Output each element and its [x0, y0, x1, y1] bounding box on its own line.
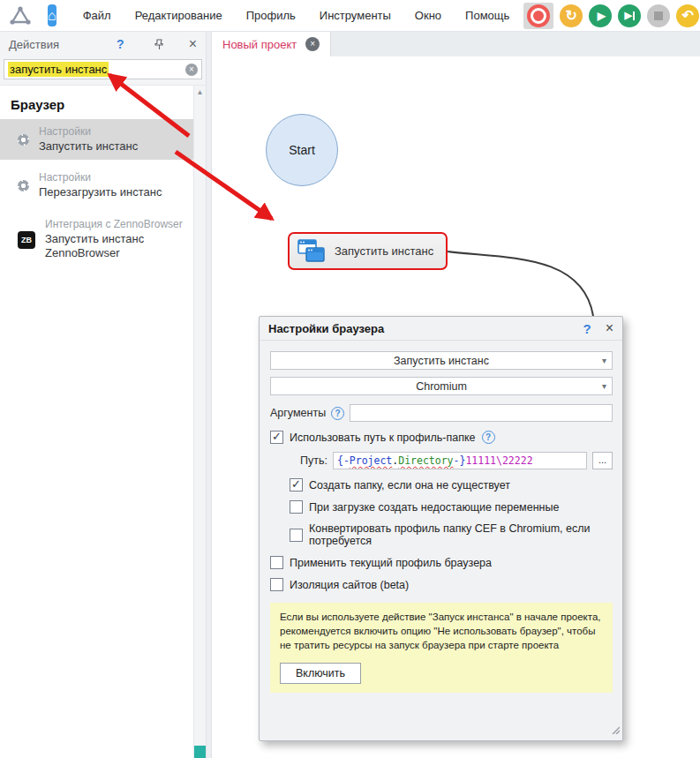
stop-button[interactable]: [647, 4, 670, 27]
action-item-label: Запустить инстанс ZennoBrowser: [45, 232, 188, 262]
dialog-title: Настройки браузера: [268, 322, 583, 335]
restart-button[interactable]: ↻: [560, 4, 583, 27]
actions-panel-header: Действия ? ×: [0, 32, 206, 56]
play-icon: ▶: [598, 10, 606, 22]
menu-window[interactable]: Окно: [415, 9, 441, 22]
create-folder-checkbox-row[interactable]: Создать папку, если она не существует: [290, 478, 613, 492]
panel-splitter[interactable]: [206, 32, 212, 758]
gear-icon: [18, 180, 29, 191]
enable-button[interactable]: Включить: [280, 663, 361, 684]
apply-profile-checkbox-row[interactable]: Применить текущий профиль браузера: [270, 556, 613, 569]
create-folder-checkbox[interactable]: [290, 478, 303, 492]
launch-instance-block[interactable]: Запустить инстанс: [288, 232, 448, 270]
actions-panel-title: Действия: [9, 38, 117, 51]
teal-accent-bar: [194, 746, 206, 758]
app-logo-icon: [9, 4, 32, 27]
record-icon: [527, 4, 550, 27]
action-item-restart-instance[interactable]: Настройки Перезагрузить инстанс: [0, 165, 193, 206]
action-item-category: Настройки: [39, 125, 138, 139]
play-button[interactable]: ▶: [589, 4, 612, 27]
create-variables-checkbox-row[interactable]: При загрузке создать недостающие перемен…: [290, 500, 613, 514]
convert-cef-checkbox-row[interactable]: Конвертировать профиль папку CEF в Chrom…: [290, 522, 613, 547]
action-item-category: Настройки: [39, 171, 162, 185]
home-button[interactable]: ⌂: [48, 4, 56, 26]
use-profile-checkbox-row[interactable]: Использовать путь к профиль-папке ?: [270, 431, 613, 444]
apply-profile-checkbox[interactable]: [270, 556, 283, 569]
scroll-up-icon[interactable]: ▲: [194, 86, 206, 96]
search-clear-icon[interactable]: ×: [185, 64, 198, 76]
action-item-label: Перезагрузить инстанс: [39, 185, 162, 200]
panel-help-icon[interactable]: ?: [117, 37, 124, 51]
step-icon: ▶: [625, 10, 632, 21]
app-window: ⌂ Файл Редактирование Профиль Инструмент…: [0, 0, 700, 758]
block-label: Запустить инстанс: [335, 244, 433, 258]
menu-file[interactable]: Файл: [83, 9, 111, 22]
convert-cef-checkbox[interactable]: [290, 529, 303, 542]
action-select[interactable]: Запустить инстанс: [270, 351, 613, 370]
path-label: Путь:: [300, 454, 327, 467]
site-isolation-checkbox[interactable]: [270, 578, 283, 591]
browser-select[interactable]: Chromium: [270, 377, 613, 395]
dialog-header[interactable]: Настройки браузера ? ×: [260, 317, 622, 341]
tab-bar: Новый проект ×: [212, 32, 700, 56]
undo-button[interactable]: ↶: [676, 4, 699, 27]
project-canvas-area: Новый проект × Start: [212, 32, 700, 758]
undo-icon: ↶: [682, 7, 694, 24]
path-input[interactable]: {-Project.Directory-}11111\22222: [333, 452, 587, 469]
search-value: запустить инстанс: [8, 63, 185, 76]
browser-settings-dialog: Настройки браузера ? × Запустить инстанс…: [259, 316, 623, 741]
gear-icon: [18, 134, 29, 146]
use-profile-label: Использовать путь к профиль-папке: [290, 432, 476, 444]
menu-profile[interactable]: Профиль: [246, 9, 296, 22]
zb-icon: ZB: [18, 231, 35, 249]
actions-list: Браузер Настройки Запустить инстанс Наст…: [0, 85, 206, 758]
action-item-zennobrowser[interactable]: ZB Интеграция с ZennoBrowser Запустить и…: [0, 212, 193, 267]
panel-close-icon[interactable]: ×: [189, 36, 197, 52]
start-node-label: Start: [289, 143, 315, 157]
arguments-help-icon[interactable]: ?: [331, 407, 344, 420]
titlebar: ⌂ Файл Редактирование Профиль Инструмент…: [0, 0, 700, 32]
menubar: Файл Редактирование Профиль Инструменты …: [83, 9, 510, 22]
site-isolation-checkbox-row[interactable]: Изоляция сайтов (beta): [270, 578, 613, 591]
dialog-close-icon[interactable]: ×: [606, 320, 613, 336]
pin-icon[interactable]: [154, 39, 164, 50]
use-profile-checkbox[interactable]: [270, 431, 283, 444]
actions-search-row: запустить инстанс ×: [0, 56, 206, 85]
toolbar: ↻ ▶ ▶ ↶ ↷: [523, 3, 700, 29]
record-button[interactable]: [523, 3, 553, 29]
start-node[interactable]: Start: [266, 114, 338, 186]
actions-panel: Действия ? × запустить инстанс ×: [0, 32, 206, 758]
menu-tools[interactable]: Инструменты: [320, 9, 391, 22]
action-item-label: Запустить инстанс: [39, 139, 138, 154]
home-icon: ⌂: [48, 8, 56, 24]
dialog-help-icon[interactable]: ?: [583, 321, 591, 336]
actions-scrollbar[interactable]: ▲: [193, 86, 206, 758]
browse-button[interactable]: ...: [592, 452, 613, 469]
browser-windows-icon: [297, 239, 325, 263]
action-item-category: Интеграция с ZennoBrowser: [45, 218, 188, 232]
profile-help-icon[interactable]: ?: [482, 431, 495, 444]
create-variables-checkbox[interactable]: [290, 500, 303, 514]
restart-icon: ↻: [566, 7, 577, 24]
tab-close-icon[interactable]: ×: [305, 37, 320, 51]
step-button[interactable]: ▶: [618, 4, 641, 27]
menu-edit[interactable]: Редактирование: [135, 9, 222, 22]
section-title: Браузер: [11, 97, 193, 112]
tab-new-project[interactable]: Новый проект ×: [212, 32, 331, 56]
action-item-launch-instance[interactable]: Настройки Запустить инстанс: [0, 119, 193, 160]
arguments-input[interactable]: [350, 404, 613, 422]
flowchart-workspace[interactable]: Start Запустить инстанс: [212, 56, 700, 758]
menu-help[interactable]: Помощь: [465, 9, 509, 22]
actions-search-input[interactable]: запустить инстанс ×: [4, 59, 202, 79]
info-text: Если вы используете действие "Запуск инс…: [280, 611, 603, 653]
tab-label: Новый проект: [222, 38, 297, 51]
resize-grip[interactable]: [609, 722, 620, 738]
arguments-label: Аргументы: [270, 407, 326, 419]
recommendation-info-box: Если вы используете действие "Запуск инс…: [270, 603, 613, 693]
